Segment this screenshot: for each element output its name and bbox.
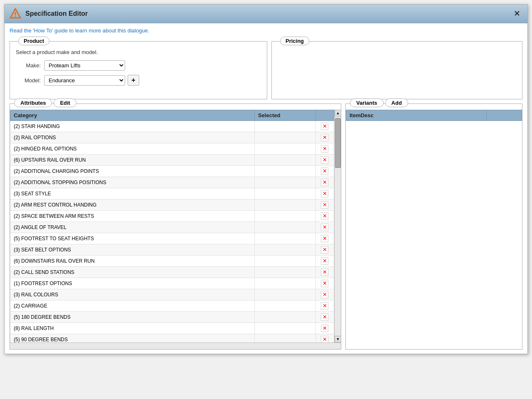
selected-cell <box>254 278 315 289</box>
variants-tab[interactable]: Variants <box>350 99 384 107</box>
scroll-up-arrow[interactable]: ▲ <box>335 110 341 116</box>
delete-button[interactable]: ✕ <box>321 325 328 332</box>
table-row: (2) CARRIAGE ✕ <box>10 300 334 312</box>
col-header-action <box>315 110 334 121</box>
delete-button[interactable]: ✕ <box>321 123 328 130</box>
product-panel-label: Product <box>18 37 49 45</box>
horizontal-scrollbar[interactable] <box>10 342 341 349</box>
attributes-tab[interactable]: Attributes <box>14 99 52 107</box>
title-bar-left: Specification Editor <box>10 8 88 20</box>
selected-cell <box>254 222 315 233</box>
action-cell: ✕ <box>315 121 334 132</box>
category-cell: (2) ARM REST CONTROL HANDING <box>10 200 255 211</box>
variants-header-row: ItemDesc <box>346 110 522 121</box>
category-cell: (2) STAIR HANDING <box>10 121 255 132</box>
delete-button[interactable]: ✕ <box>321 302 328 310</box>
action-cell: ✕ <box>315 233 334 244</box>
category-cell: (5) FOOTREST TO SEAT HEIGHTS <box>10 233 255 244</box>
delete-button[interactable]: ✕ <box>321 145 328 153</box>
action-cell: ✕ <box>315 211 334 222</box>
table-row: (2) RAIL OPTIONS ✕ <box>10 132 334 143</box>
delete-button[interactable]: ✕ <box>321 291 328 298</box>
action-cell: ✕ <box>315 300 334 312</box>
scroll-thumb[interactable] <box>335 118 341 168</box>
table-row: (3) RAIL COLOURS ✕ <box>10 289 334 300</box>
table-row: (2) ARM REST CONTROL HANDING ✕ <box>10 200 334 211</box>
attributes-panel: Attributes Edit Category Selected <box>10 103 341 350</box>
scroll-down-arrow[interactable]: ▼ <box>335 336 341 342</box>
variants-table: ItemDesc <box>346 110 522 121</box>
selected-cell <box>254 300 315 312</box>
attributes-tabs: Attributes Edit <box>14 99 76 107</box>
category-cell: (2) ANGLE OF TRAVEL <box>10 222 255 233</box>
selected-cell <box>254 233 315 244</box>
model-select[interactable]: Endurance <box>44 75 125 86</box>
category-cell: (2) SPACE BETWEEN ARM RESTS <box>10 211 255 222</box>
selected-cell <box>254 188 315 200</box>
action-cell: ✕ <box>315 143 334 155</box>
delete-button[interactable]: ✕ <box>321 201 328 209</box>
table-row: (2) SPACE BETWEEN ARM RESTS ✕ <box>10 211 334 222</box>
selected-cell <box>254 289 315 300</box>
category-cell: (2) HINGED RAIL OPTIONS <box>10 143 255 155</box>
delete-button[interactable]: ✕ <box>321 313 328 321</box>
delete-button[interactable]: ✕ <box>321 190 328 197</box>
table-row: (2) ANGLE OF TRAVEL ✕ <box>10 222 334 233</box>
table-row: (5) 180 DEGREE BENDS ✕ <box>10 312 334 323</box>
table-row: (5) 90 DEGREE BENDS ✕ <box>10 334 334 343</box>
action-cell: ✕ <box>315 267 334 278</box>
variants-table-wrapper: ItemDesc <box>346 110 522 336</box>
col-header-v2 <box>487 110 522 121</box>
action-cell: ✕ <box>315 166 334 177</box>
add-tab[interactable]: Add <box>385 99 408 107</box>
action-cell: ✕ <box>315 188 334 200</box>
category-cell: (2) CARRIAGE <box>10 300 255 312</box>
pricing-panel: Pricing <box>271 41 522 99</box>
selected-cell <box>254 200 315 211</box>
table-row: (3) SEAT STYLE ✕ <box>10 188 334 200</box>
delete-button[interactable]: ✕ <box>321 246 328 254</box>
delete-button[interactable]: ✕ <box>321 179 328 186</box>
title-bar: Specification Editor ✕ <box>5 5 527 23</box>
delete-button[interactable]: ✕ <box>321 167 328 175</box>
table-row: (2) STAIR HANDING ✕ <box>10 121 334 132</box>
selected-cell <box>254 267 315 278</box>
category-cell: (2) ADDITIONAL STOPPING POSITIONS <box>10 177 255 188</box>
selected-cell <box>254 211 315 222</box>
delete-button[interactable]: ✕ <box>321 156 328 164</box>
delete-button[interactable]: ✕ <box>321 224 328 231</box>
table-row: (3) SEAT BELT OPTIONS ✕ <box>10 244 334 256</box>
delete-button[interactable]: ✕ <box>321 134 328 141</box>
model-add-button[interactable]: + <box>128 75 139 86</box>
delete-button[interactable]: ✕ <box>321 257 328 265</box>
table-row: (2) ADDITIONAL CHARGING POINTS ✕ <box>10 166 334 177</box>
vertical-scrollbar[interactable]: ▲ ▼ <box>334 110 341 342</box>
table-row: (6) DOWNSTAIRS RAIL OVER RUN ✕ <box>10 256 334 267</box>
category-cell: (5) 180 DEGREE BENDS <box>10 312 255 323</box>
selected-cell <box>254 143 315 155</box>
make-select[interactable]: Proteam Lifts <box>44 60 125 71</box>
table-row: (6) UPSTAIRS RAIL OVER RUN ✕ <box>10 155 334 166</box>
action-cell: ✕ <box>315 278 334 289</box>
model-row: Model: Endurance + <box>16 75 261 86</box>
action-cell: ✕ <box>315 323 334 334</box>
model-label: Model: <box>16 77 41 84</box>
selected-cell <box>254 323 315 334</box>
close-button[interactable]: ✕ <box>511 9 522 18</box>
action-cell: ✕ <box>315 312 334 323</box>
attributes-table-scroll[interactable]: Category Selected (2) STAIR HANDING ✕ (2… <box>10 110 334 342</box>
variants-tabs: Variants Add <box>350 99 408 107</box>
action-cell: ✕ <box>315 177 334 188</box>
delete-button[interactable]: ✕ <box>321 235 328 242</box>
delete-button[interactable]: ✕ <box>321 268 328 276</box>
selected-cell <box>254 177 315 188</box>
action-cell: ✕ <box>315 155 334 166</box>
delete-button[interactable]: ✕ <box>321 212 328 220</box>
delete-button[interactable]: ✕ <box>321 280 328 287</box>
delete-button[interactable]: ✕ <box>321 336 328 342</box>
top-panels: Product Select a product make and model.… <box>10 41 522 99</box>
category-cell: (6) DOWNSTAIRS RAIL OVER RUN <box>10 256 255 267</box>
table-row: (2) CALL SEND STATIONS ✕ <box>10 267 334 278</box>
how-to-link[interactable]: Read the 'How To' guide to learn more ab… <box>10 27 149 34</box>
edit-tab[interactable]: Edit <box>54 99 76 107</box>
